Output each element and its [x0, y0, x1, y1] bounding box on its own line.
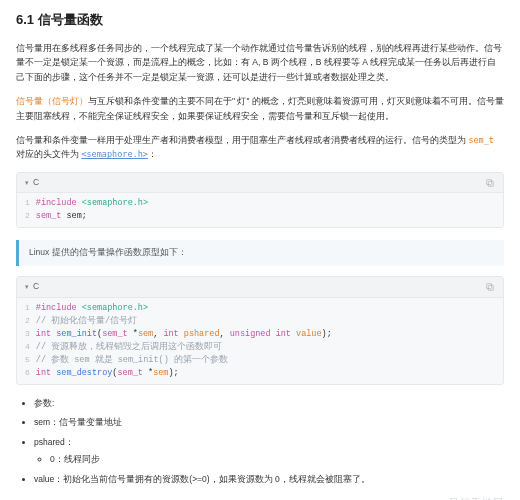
- code-line: // 初始化信号量/信号灯: [36, 315, 495, 328]
- code-body: 12 #include <semaphore.h>sem_t sem;: [17, 193, 503, 227]
- section-title: 6.1 信号量函数: [16, 10, 504, 31]
- header-link[interactable]: <semaphore.h>: [81, 149, 148, 159]
- chevron-down-icon: ▾: [25, 177, 29, 188]
- svg-rect-0: [488, 181, 493, 186]
- params-list: 参数:: [16, 397, 504, 411]
- note-bar: Linux 提供的信号量操作函数原型如下：: [16, 240, 504, 266]
- highlight-term: 信号量（信号灯）: [16, 96, 88, 106]
- params-heading: 参数:: [34, 397, 504, 411]
- copy-icon[interactable]: [485, 178, 495, 188]
- code-header: ▾ C: [17, 277, 503, 298]
- code-line: int sem_init(sem_t *sem, int pshared, un…: [36, 328, 495, 341]
- intro-paragraph-2: 信号量（信号灯）与互斥锁和条件变量的主要不同在于" 灯" 的概念，灯亮则意味着资…: [16, 94, 504, 123]
- code-block-functions: ▾ C 123456 #include <semaphore.h>// 初始化信…: [16, 276, 504, 385]
- chevron-down-icon: ▾: [25, 281, 29, 292]
- code-line: sem_t sem;: [36, 210, 495, 223]
- param-pshared: pshared： 0：线程同步: [34, 436, 504, 467]
- code-line: // 参数 sem 就是 sem_init() 的第一个参数: [36, 354, 495, 367]
- code-line: // 资源释放，线程销毁之后调用这个函数即可: [36, 341, 495, 354]
- p2-body: 与互斥锁和条件变量的主要不同在于" 灯" 的概念，灯亮则意味着资源可用，灯灭则意…: [16, 96, 504, 120]
- code-lang-label: C: [33, 280, 39, 294]
- code-line: #include <semaphore.h>: [36, 302, 495, 315]
- copy-icon[interactable]: [485, 282, 495, 292]
- p3c: ：: [148, 149, 157, 159]
- svg-rect-2: [488, 285, 493, 290]
- code-body: 123456 #include <semaphore.h>// 初始化信号量/信…: [17, 298, 503, 384]
- param-sem: sem：信号量变量地址: [34, 416, 504, 430]
- sem-t-type: sem_t: [468, 135, 494, 145]
- intro-paragraph-1: 信号量用在多线程多任务同步的，一个线程完成了某一个动作就通过信号量告诉别的线程，…: [16, 41, 504, 84]
- code-lang-label: C: [33, 176, 39, 190]
- code-lang-toggle[interactable]: ▾ C: [25, 176, 39, 190]
- code-block-include: ▾ C 12 #include <semaphore.h>sem_t sem;: [16, 172, 504, 229]
- svg-rect-3: [487, 284, 492, 289]
- code-header: ▾ C: [17, 173, 503, 194]
- param-value: value：初始化当前信号量拥有的资源数(>=0)，如果资源数为 0，线程就会被…: [34, 473, 504, 487]
- p3a: 信号量和条件变量一样用于处理生产者和消费者模型，用于阻塞生产者线程或者消费者线程…: [16, 135, 468, 145]
- code-line: int sem_destroy(sem_t *sem);: [36, 367, 495, 380]
- code-lang-toggle[interactable]: ▾ C: [25, 280, 39, 294]
- code-line: #include <semaphore.h>: [36, 197, 495, 210]
- param-pshared-label: pshared：: [34, 437, 74, 447]
- param-pshared-0: 0：线程同步: [50, 453, 504, 467]
- watermark: 风行手游网: [16, 495, 504, 500]
- svg-rect-1: [487, 179, 492, 184]
- intro-paragraph-3: 信号量和条件变量一样用于处理生产者和消费者模型，用于阻塞生产者线程或者消费者线程…: [16, 133, 504, 162]
- p3b: 对应的头文件为: [16, 149, 81, 159]
